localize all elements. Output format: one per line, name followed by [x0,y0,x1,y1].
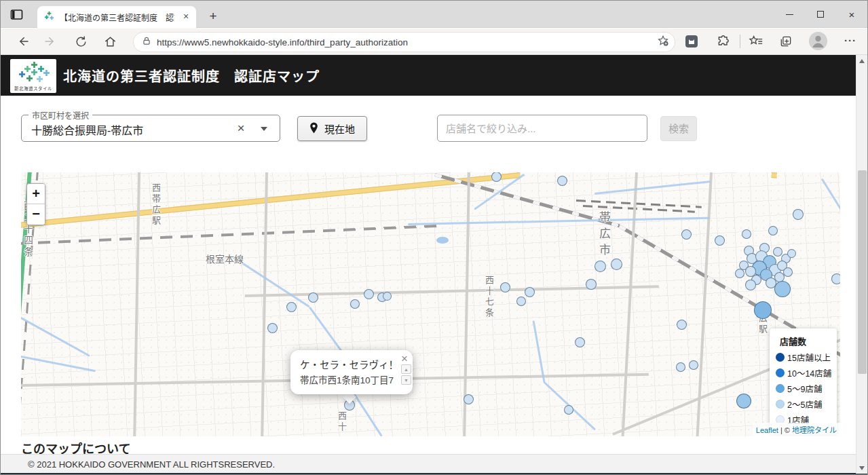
stream [595,180,711,195]
map-marker[interactable] [611,259,622,270]
map-marker[interactable] [831,273,840,284]
refresh-button[interactable] [72,33,90,50]
stream [309,307,345,356]
map-marker[interactable] [754,301,772,319]
map-marker[interactable] [745,280,756,290]
legend-item: 2〜5店舗 [776,398,831,411]
current-location-button[interactable]: 現在地 [297,116,367,141]
window-close-button[interactable]: × [836,1,867,28]
map-marker[interactable] [676,362,685,372]
map-marker[interactable] [491,172,502,182]
scroll-down-arrow-icon[interactable] [856,462,867,474]
map-marker[interactable] [681,229,692,240]
map-street-label: 西十 [335,411,348,433]
zoom-in-button[interactable]: + [27,184,45,204]
map-marker[interactable] [689,360,698,370]
yellow-road [21,172,521,228]
legend-item: 15店舗以上 [776,351,831,364]
page-scrollbar[interactable] [856,55,867,474]
city-select-value: 十勝総合振興局-帯広市 [31,121,143,138]
map-marker[interactable] [516,297,526,306]
map-marker[interactable] [783,267,793,277]
map-marker[interactable] [267,323,278,333]
map-marker[interactable] [464,394,474,404]
scroll-up-arrow-icon[interactable] [856,55,867,66]
settings-menu-icon[interactable]: ··· [841,33,860,50]
search-button[interactable]: 検索 [660,116,697,141]
map-street-label: 根室本線 [206,252,244,265]
favorites-bar-icon[interactable] [747,33,765,50]
stream [821,178,840,229]
map-marker[interactable] [736,394,751,408]
extensions-puzzle-icon[interactable] [715,33,732,50]
forward-button[interactable] [41,33,59,50]
map-marker[interactable] [793,209,804,220]
logo-caption: 新北海道スタイル [14,85,52,92]
map-marker[interactable] [286,302,297,312]
map-marker[interactable] [677,320,687,330]
map-marker[interactable] [575,337,585,347]
popup-scroll-down-icon[interactable]: ▼ [401,375,411,385]
map-marker[interactable] [383,292,392,301]
store-search-input[interactable] [437,115,647,142]
tab-title: 【北海道の第三者認証制度 認証 [60,12,174,23]
profile-avatar[interactable] [809,32,827,50]
legend-item: 10〜14店舗 [776,366,831,379]
stream [21,310,90,357]
map-marker[interactable] [557,176,567,186]
window-maximize-button[interactable] [805,1,836,28]
map-marker[interactable] [773,247,782,256]
url-bar[interactable]: https://www5.newhokkaido-style.info/thir… [134,33,675,52]
popup-scrollbar: ▲ ▼ [401,362,411,387]
map-marker[interactable] [787,249,796,258]
gsi-tiles-link[interactable]: 地理院タイル [792,426,837,434]
tab-actions-menu-icon[interactable] [9,7,25,23]
site-logo: 新北海道スタイル [10,59,56,93]
new-tab-button[interactable]: + [204,7,222,25]
chevron-down-icon[interactable] [261,127,267,131]
stream [352,392,383,436]
map-marker[interactable] [774,281,791,297]
map-marker[interactable] [586,279,597,290]
browser-tab[interactable]: 【北海道の第三者認証制度 認証 × [37,6,196,28]
city-select[interactable]: 市区町村を選択 十勝総合振興局-帯広市 × [21,115,280,142]
map-marker[interactable] [768,226,778,235]
clear-selection-icon[interactable]: × [233,121,248,136]
stream [533,320,546,382]
legend-dot-icon [776,353,785,362]
map-marker[interactable] [735,269,744,278]
legend-dot-icon [776,400,785,408]
map-marker[interactable] [308,292,318,303]
add-favorite-icon[interactable] [657,35,669,50]
zoom-out-button[interactable]: − [27,204,45,225]
map-canvas[interactable]: 西帯広駅西二十四条根室本線帯広市西十七条帯広駅西十 + − ケ・セラ・セラヴィ！… [21,172,840,436]
home-button[interactable] [101,33,119,50]
url-text: https://www5.newhokkaido-style.info/thir… [157,37,657,48]
window-minimize-button[interactable] [774,1,805,28]
collections-icon[interactable] [777,33,795,50]
railway-west [21,225,437,245]
window-controls: × [774,1,867,28]
map-marker[interactable] [525,287,535,297]
map-marker[interactable] [742,229,751,239]
map-marker[interactable] [595,261,606,272]
extension-badge-icon[interactable] [683,33,700,50]
map-popup: ケ・セラ・セラヴィ！ 帯広市西1条南10丁目7 ▲ ▼ × [290,350,413,394]
tab-close-icon[interactable]: × [180,11,192,23]
site-header: 新北海道スタイル 北海道の第三者認証制度 認証店マップ [1,55,867,96]
leaflet-link[interactable]: Leaflet [756,426,778,434]
copyright-text: © 2021 HOKKAIDO GOVERNMENT ALL RIGHTSRES… [28,459,275,470]
map-street-label: 西帯広駅 [149,183,162,227]
map-marker[interactable] [500,282,510,292]
map-marker[interactable] [364,289,374,299]
scrollbar-thumb[interactable] [858,170,867,374]
map-marker[interactable] [564,405,573,415]
popup-close-icon[interactable]: × [401,352,408,366]
map-marker[interactable] [350,299,360,309]
map-marker[interactable] [715,235,725,246]
popup-store-name: ケ・セラ・セラヴィ！ [300,357,398,374]
attribution-separator: | © [778,426,792,434]
popup-scroll-up-icon[interactable]: ▲ [401,364,411,374]
road [621,172,638,436]
back-button[interactable] [14,33,32,50]
